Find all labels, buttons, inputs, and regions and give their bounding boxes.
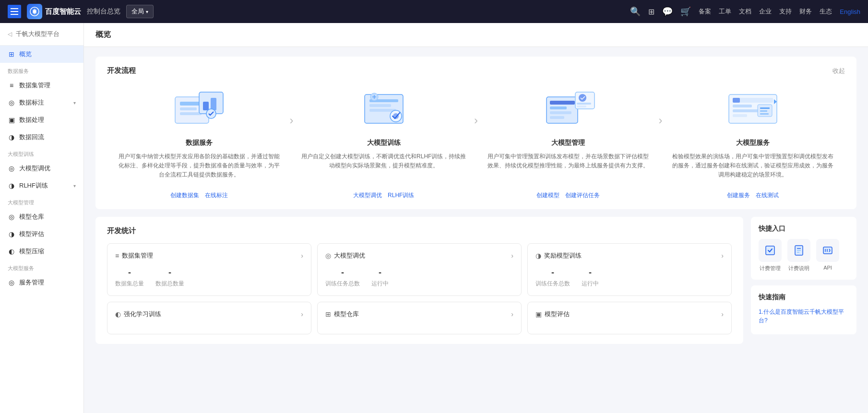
overview-icon: ⊞ xyxy=(8,50,15,58)
stat-card-rl[interactable]: ◐ 强化学习训练 › xyxy=(107,302,311,334)
sidebar-item-label: 数据标注 xyxy=(19,98,70,107)
ticket-link[interactable]: 工单 xyxy=(719,7,731,16)
flow-card-train-illus xyxy=(301,85,467,133)
apps-icon[interactable]: ⊞ xyxy=(648,7,654,16)
support-link[interactable]: 支持 xyxy=(779,7,792,16)
flow-card-manage-title: 大模型管理 xyxy=(486,139,651,147)
data-count-value: - xyxy=(168,268,171,278)
svg-rect-5 xyxy=(180,112,202,115)
stats-row-2: ◐ 强化学习训练 › ⊞ 模型仓库 xyxy=(107,302,732,334)
sidebar-item-overview[interactable]: ⊞ 概览 xyxy=(0,46,83,63)
quick-access-section: 快捷入口 计费管理 xyxy=(751,217,856,280)
online-test-link[interactable]: 在线测试 xyxy=(756,191,779,200)
flow-card-data-links: 创建数据集 在线标注 xyxy=(117,191,282,200)
quick-icon-billing-mgmt[interactable]: 计费管理 xyxy=(759,239,782,272)
svg-rect-13 xyxy=(369,109,396,112)
sidebar-item-service-mgmt[interactable]: ◎ 服务管理 xyxy=(0,274,83,291)
svg-rect-31 xyxy=(733,105,752,107)
create-service-link[interactable]: 创建服务 xyxy=(727,191,750,200)
stat-card-model-repo[interactable]: ⊞ 模型仓库 › xyxy=(317,302,522,334)
sidebar-item-data-return[interactable]: ◑ 数据回流 xyxy=(0,129,83,146)
svg-rect-33 xyxy=(733,114,747,117)
quick-icon-api[interactable]: API xyxy=(816,239,839,272)
stat-card-rlhf-title: 奖励模型训练 xyxy=(544,251,582,260)
stat-card-model-repo-title: 模型仓库 xyxy=(334,310,359,319)
rlhf-stat-icon: ◑ xyxy=(535,252,541,260)
stat-card-rlhf-title-row: ◑ 奖励模型训练 xyxy=(535,251,582,260)
flow-card-data-title: 数据服务 xyxy=(117,139,282,147)
finetune-running-metric: - 运行中 xyxy=(371,268,389,288)
stat-card-model-eval[interactable]: ▣ 模型评估 › xyxy=(527,302,732,334)
svg-rect-39 xyxy=(766,246,774,255)
model-finetune-link[interactable]: 大模型调优 xyxy=(353,191,382,200)
create-model-link[interactable]: 创建模型 xyxy=(536,191,559,200)
eval-icon: ◑ xyxy=(8,230,15,238)
stats-section: 开发统计 ≡ 数据集管理 › xyxy=(95,217,743,344)
stats-main: 开发统计 ≡ 数据集管理 › xyxy=(95,217,743,352)
sidebar-item-label: 数据处理 xyxy=(19,116,76,124)
sidebar-item-dataset-mgmt[interactable]: ≡ 数据集管理 xyxy=(0,77,83,94)
docs-link[interactable]: 文档 xyxy=(739,7,751,16)
sidebar-item-finetune[interactable]: ◎ 大模型调优 xyxy=(0,160,83,177)
guide-item-1[interactable]: 1.什么是百度智能云千帆大模型平台? xyxy=(759,306,849,327)
flow-card-data-desc: 用户可集中纳管大模型开发应用各阶段的基础数据，并通过智能化标注、多样化处理等手段… xyxy=(117,152,282,187)
quick-access-title: 快捷入口 xyxy=(759,224,849,233)
sidebar-item-label: 模型评估 xyxy=(19,230,76,238)
console-link[interactable]: 控制台总览 xyxy=(87,7,120,16)
cart-icon[interactable]: 🛒 xyxy=(680,6,691,17)
sidebar-item-rlhf[interactable]: ◑ RLHF训练 ▾ xyxy=(0,177,83,194)
rlhf-icon: ◑ xyxy=(8,182,15,189)
svg-rect-30 xyxy=(733,98,740,103)
hamburger-menu[interactable] xyxy=(8,5,21,18)
sidebar-item-model-eval[interactable]: ◑ 模型评估 xyxy=(0,225,83,243)
sidebar-item-data-processing[interactable]: ▣ 数据处理 xyxy=(0,111,83,129)
search-icon[interactable]: 🔍 xyxy=(630,6,641,17)
flow-card-manage-links: 创建模型 创建评估任务 xyxy=(486,191,651,200)
stat-card-dataset[interactable]: ≡ 数据集管理 › - 数据集总量 xyxy=(107,243,311,296)
svg-rect-35 xyxy=(760,107,770,109)
sidebar-item-data-annotation[interactable]: ◎ 数据标注 ▾ xyxy=(0,94,83,111)
english-link[interactable]: English xyxy=(840,8,860,15)
stats-layout: 开发统计 ≡ 数据集管理 › xyxy=(95,217,856,352)
region-selector[interactable]: 全局 ▾ xyxy=(126,5,154,18)
ecosystem-link[interactable]: 生态 xyxy=(820,7,832,16)
stat-card-rl-title-row: ◐ 强化学习训练 xyxy=(115,310,161,319)
repo-icon: ◎ xyxy=(8,213,15,221)
stat-card-arrow-icon: › xyxy=(721,310,724,318)
finetune-icon: ◎ xyxy=(8,165,15,172)
online-annotation-link[interactable]: 在线标注 xyxy=(205,191,228,200)
stat-card-finetune[interactable]: ◎ 大模型调优 › - 训练任务总数 xyxy=(317,243,522,296)
stat-card-rlhf[interactable]: ◑ 奖励模型训练 › - 训练任务总数 xyxy=(527,243,732,296)
dataset-total-metric: - 数据集总量 xyxy=(115,268,144,288)
backup-link[interactable]: 备案 xyxy=(699,7,711,16)
svg-rect-12 xyxy=(369,104,391,107)
finance-link[interactable]: 财务 xyxy=(799,7,812,16)
create-eval-task-link[interactable]: 创建评估任务 xyxy=(565,191,600,200)
enterprise-link[interactable]: 企业 xyxy=(759,7,772,16)
svg-rect-37 xyxy=(760,113,769,115)
flow-collapse-button[interactable]: 收起 xyxy=(832,67,845,75)
compress-icon: ◐ xyxy=(8,248,15,255)
stat-card-model-eval-header: ▣ 模型评估 › xyxy=(535,310,724,319)
rlhf-train-link[interactable]: RLHF训练 xyxy=(388,191,414,200)
sidebar-item-model-compress[interactable]: ◐ 模型压缩 xyxy=(0,243,83,260)
quick-icons-row: 计费管理 xyxy=(759,239,849,272)
sidebar-item-label: 数据回流 xyxy=(19,133,76,142)
flow-card-manage-illus xyxy=(486,85,651,133)
rlhf-running-label: 运行中 xyxy=(582,280,599,288)
quick-icon-billing-desc[interactable]: 计费说明 xyxy=(787,239,810,272)
sidebar-item-model-repo[interactable]: ◎ 模型仓库 xyxy=(0,208,83,225)
logo: 百度智能云 xyxy=(27,4,81,19)
create-dataset-link[interactable]: 创建数据集 xyxy=(170,191,199,200)
svg-rect-27 xyxy=(577,106,586,107)
sidebar-section-data: 数据服务 xyxy=(0,63,83,77)
stat-card-finetune-title: 大模型调优 xyxy=(334,251,365,260)
data-count-metric: - 数据总数量 xyxy=(155,268,184,288)
sidebar-item-label: 服务管理 xyxy=(19,278,76,287)
billing-desc-label: 计费说明 xyxy=(788,265,809,272)
main-content: 概览 开发流程 收起 xyxy=(84,23,868,413)
stat-card-finetune-title-row: ◎ 大模型调优 xyxy=(325,251,365,260)
message-icon[interactable]: 💬 xyxy=(662,6,673,17)
flow-card-data-service: 数据服务 用户可集中纳管大模型开发应用各阶段的基础数据，并通过智能化标注、多样化… xyxy=(107,85,292,200)
content-area: 开发流程 收起 xyxy=(84,47,868,361)
